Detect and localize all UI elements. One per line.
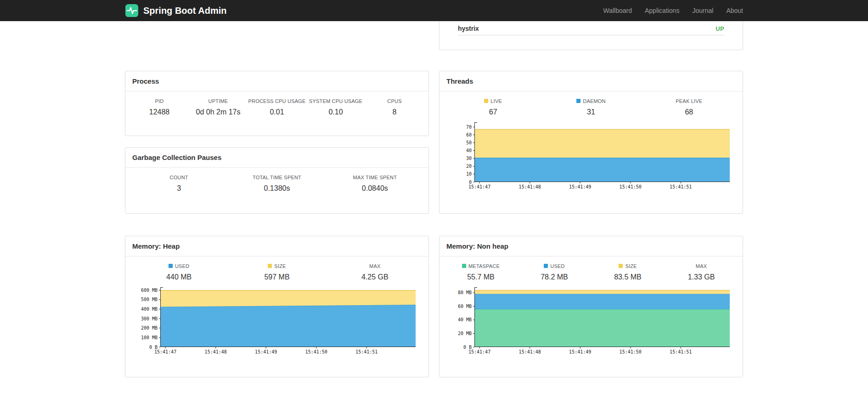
svg-text:15:41:48: 15:41:48 xyxy=(205,349,227,354)
metric-process-cpu: PROCESS CPU USAGE 0.01 xyxy=(248,98,306,116)
metric-label: UPTIME xyxy=(189,98,248,104)
metric-value: 0.10 xyxy=(306,108,365,116)
legend-label: MAX xyxy=(696,263,707,269)
svg-text:200 MB: 200 MB xyxy=(141,325,158,330)
spring-boot-admin-logo-icon xyxy=(125,4,139,17)
application-status-badge: UP xyxy=(716,25,724,32)
legend-value: 1.33 GB xyxy=(665,273,738,281)
legend-nonheap-max: MAX 1.33 GB xyxy=(665,263,738,281)
memory-heap-card: Memory: Heap USED 440 MB SIZE 597 MB MAX… xyxy=(125,236,429,377)
svg-text:300 MB: 300 MB xyxy=(141,316,158,321)
daemon-swatch-icon xyxy=(576,99,581,103)
process-card: Process PID 12488 UPTIME 0d 0h 2m 17s PR… xyxy=(125,71,429,136)
application-row-hystrix[interactable]: hystrix UP xyxy=(458,21,724,35)
legend-nonheap-size: SIZE 83.5 MB xyxy=(591,263,665,281)
svg-text:100 MB: 100 MB xyxy=(141,335,158,340)
svg-text:15:41:50: 15:41:50 xyxy=(620,349,642,354)
nav-links: Wallboard Applications Journal About xyxy=(603,7,743,14)
application-name: hystrix xyxy=(458,25,479,32)
svg-text:15:41:51: 15:41:51 xyxy=(355,349,378,354)
metaspace-swatch-icon xyxy=(462,264,466,268)
svg-text:15:41:47: 15:41:47 xyxy=(468,184,490,189)
legend-label: SIZE xyxy=(274,263,286,269)
svg-text:500 MB: 500 MB xyxy=(141,297,158,302)
svg-text:70: 70 xyxy=(466,125,472,130)
svg-text:15:41:47: 15:41:47 xyxy=(468,349,490,354)
metric-value: 0.1380s xyxy=(228,184,326,193)
left-column: Process PID 12488 UPTIME 0d 0h 2m 17s PR… xyxy=(125,21,429,377)
svg-text:15:41:50: 15:41:50 xyxy=(620,184,642,189)
brand[interactable]: Spring Boot Admin xyxy=(125,4,226,17)
legend-value: 83.5 MB xyxy=(591,273,665,281)
live-swatch-icon xyxy=(484,99,488,103)
metric-gc-count: COUNT 3 xyxy=(130,175,228,193)
metric-label: MAX TIME SPENT xyxy=(326,175,424,180)
metric-value: 3 xyxy=(130,184,228,193)
metric-value: 0.0840s xyxy=(326,184,424,193)
metric-pid: PID 12488 xyxy=(130,98,189,116)
nav-item-applications[interactable]: Applications xyxy=(645,7,680,14)
metric-system-cpu: SYSTEM CPU USAGE 0.10 xyxy=(306,98,365,116)
right-column: hystrix UP Threads LIVE 67 DAEMON 31 PEA… xyxy=(439,21,743,377)
metric-label: TOTAL TIME SPENT xyxy=(228,175,326,180)
svg-text:50: 50 xyxy=(466,140,472,145)
nav-item-wallboard[interactable]: Wallboard xyxy=(603,7,632,14)
legend-value: 68 xyxy=(640,108,738,116)
legend-label: LIVE xyxy=(490,98,502,104)
process-card-title: Process xyxy=(125,71,428,91)
svg-text:400 MB: 400 MB xyxy=(141,307,158,312)
metric-label: PID xyxy=(130,98,189,104)
legend-value: 597 MB xyxy=(228,273,326,281)
svg-text:20: 20 xyxy=(466,164,472,169)
legend-label: METASPACE xyxy=(468,263,500,269)
legend-label: SIZE xyxy=(625,263,637,269)
used-swatch-icon xyxy=(544,264,548,268)
memory-nonheap-card: Memory: Non heap METASPACE 55.7 MB USED … xyxy=(439,236,743,377)
svg-text:15:41:48: 15:41:48 xyxy=(519,349,541,354)
legend-heap-max: MAX 4.25 GB xyxy=(326,263,424,281)
legend-value: 55.7 MB xyxy=(444,273,518,281)
metric-uptime: UPTIME 0d 0h 2m 17s xyxy=(189,98,248,116)
svg-text:15:41:51: 15:41:51 xyxy=(670,349,692,354)
heap-legend: USED 440 MB SIZE 597 MB MAX 4.25 GB xyxy=(125,256,428,285)
nonheap-legend: METASPACE 55.7 MB USED 78.2 MB SIZE 83.5… xyxy=(440,256,743,285)
threads-card: Threads LIVE 67 DAEMON 31 PEAK LIVE 68 0… xyxy=(439,71,743,214)
metric-label: SYSTEM CPU USAGE xyxy=(306,98,365,104)
memory-nonheap-title: Memory: Non heap xyxy=(440,236,743,256)
legend-value: 78.2 MB xyxy=(518,273,591,281)
threads-card-title: Threads xyxy=(440,71,743,91)
metric-value: 12488 xyxy=(130,108,189,116)
legend-heap-used: USED 440 MB xyxy=(130,263,228,281)
legend-label: DAEMON xyxy=(583,98,605,104)
legend-label: MAX xyxy=(369,263,380,269)
legend-nonheap-used: USED 78.2 MB xyxy=(518,263,591,281)
svg-text:20 MB: 20 MB xyxy=(458,331,472,336)
svg-text:15:41:49: 15:41:49 xyxy=(255,349,277,354)
legend-value: 31 xyxy=(542,108,640,116)
applications-status-card: hystrix UP xyxy=(439,21,743,50)
svg-text:80 MB: 80 MB xyxy=(458,290,472,295)
threads-chart: 01020304050607015:41:4715:41:4815:41:491… xyxy=(440,122,743,194)
svg-text:15:41:47: 15:41:47 xyxy=(154,349,176,354)
metric-gc-max-time: MAX TIME SPENT 0.0840s xyxy=(326,175,424,193)
svg-text:10: 10 xyxy=(466,171,472,177)
nav-item-journal[interactable]: Journal xyxy=(692,7,713,14)
legend-live: LIVE 67 xyxy=(444,98,542,116)
legend-value: 4.25 GB xyxy=(326,273,424,281)
metric-value: 0d 0h 2m 17s xyxy=(189,108,248,116)
svg-text:60 MB: 60 MB xyxy=(458,304,472,309)
metric-value: 0.01 xyxy=(248,108,306,116)
legend-label: USED xyxy=(550,263,564,269)
metric-label: CPUS xyxy=(365,98,424,104)
nav-item-about[interactable]: About xyxy=(726,7,743,14)
legend-value: 67 xyxy=(444,108,542,116)
legend-peak-live: PEAK LIVE 68 xyxy=(640,98,738,116)
metric-label: COUNT xyxy=(130,175,228,180)
threads-legend: LIVE 67 DAEMON 31 PEAK LIVE 68 xyxy=(440,91,743,120)
gc-metrics: COUNT 3 TOTAL TIME SPENT 0.1380s MAX TIM… xyxy=(125,168,428,196)
legend-heap-size: SIZE 597 MB xyxy=(228,263,326,281)
svg-text:30: 30 xyxy=(466,156,472,161)
svg-text:600 MB: 600 MB xyxy=(141,288,158,293)
metric-value: 8 xyxy=(365,108,424,116)
legend-label: USED xyxy=(175,263,189,269)
